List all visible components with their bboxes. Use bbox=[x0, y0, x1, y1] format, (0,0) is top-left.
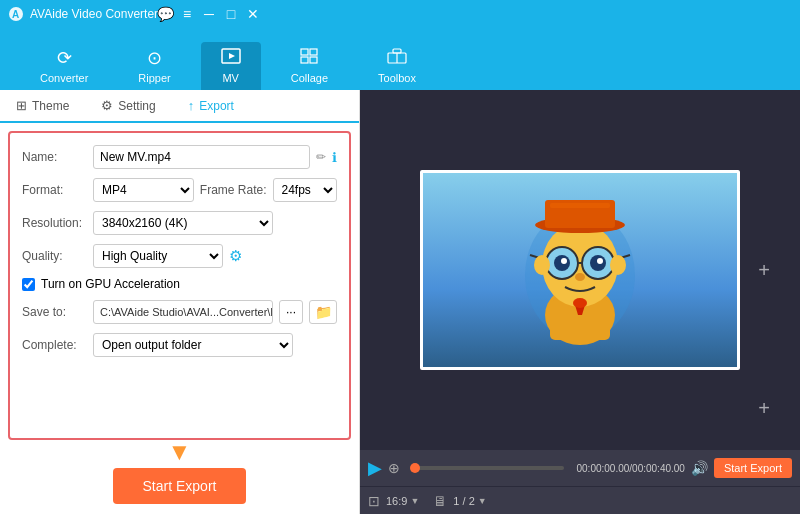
video-preview: + + ▶ ▶ ▶ ▶ bbox=[360, 90, 800, 450]
mv-icon bbox=[221, 48, 241, 69]
svg-point-26 bbox=[561, 258, 567, 264]
app-logo: A bbox=[8, 6, 24, 22]
progress-bar[interactable] bbox=[412, 466, 564, 470]
complete-label: Complete: bbox=[22, 338, 87, 352]
resolution-row: Resolution: 3840x2160 (4K) bbox=[22, 211, 337, 235]
character-scene bbox=[423, 173, 737, 367]
message-icon[interactable]: 💬 bbox=[158, 7, 172, 21]
ratio-select[interactable]: 16:9 ▼ bbox=[386, 495, 419, 507]
edit-icon[interactable]: ✏ bbox=[316, 150, 326, 164]
quality-row: Quality: High Quality ⚙ bbox=[22, 244, 337, 268]
nav-toolbox[interactable]: Toolbox bbox=[358, 42, 436, 90]
frame-rate-select[interactable]: 24fps bbox=[273, 178, 337, 202]
gpu-label: Turn on GPU Acceleration bbox=[41, 277, 180, 291]
resolution-label: Resolution: bbox=[22, 216, 87, 230]
export-action-area: ▼ Start Export bbox=[0, 458, 359, 514]
main-content: ⊞ Theme ⚙ Setting ↑ Export Name: ✏ ℹ bbox=[0, 90, 800, 514]
export-form: Name: ✏ ℹ Format: MP4 Frame Rate: 24fps … bbox=[8, 131, 351, 440]
resolution-select[interactable]: 3840x2160 (4K) bbox=[93, 211, 273, 235]
scale-select[interactable]: 1 / 2 ▼ bbox=[453, 495, 486, 507]
screen-icon: 🖥 bbox=[433, 493, 447, 509]
format-label: Format: bbox=[22, 183, 87, 197]
svg-point-30 bbox=[610, 255, 626, 275]
theme-grid-icon: ⊞ bbox=[16, 98, 27, 113]
start-export-button[interactable]: ▼ Start Export bbox=[113, 468, 247, 504]
window-controls: 💬 ≡ ─ □ ✕ bbox=[158, 7, 260, 21]
svg-point-29 bbox=[534, 255, 550, 275]
app-title: AVAide Video Converter bbox=[30, 7, 158, 21]
svg-point-27 bbox=[597, 258, 603, 264]
svg-rect-4 bbox=[301, 49, 308, 55]
nav-mv-label: MV bbox=[222, 72, 239, 84]
ripper-icon: ⊙ bbox=[147, 47, 162, 69]
tab-export-label: Export bbox=[199, 99, 234, 113]
format-row: Format: MP4 Frame Rate: 24fps bbox=[22, 178, 337, 202]
svg-point-28 bbox=[575, 273, 585, 281]
format-select[interactable]: MP4 bbox=[93, 178, 194, 202]
svg-text:A: A bbox=[12, 9, 19, 20]
plus-icon-right: + bbox=[758, 259, 770, 282]
export-arrow-icon: ↑ bbox=[188, 98, 195, 113]
tab-bar: ⊞ Theme ⚙ Setting ↑ Export bbox=[0, 90, 359, 123]
info-icon[interactable]: ℹ bbox=[332, 150, 337, 165]
svg-point-32 bbox=[573, 298, 587, 308]
complete-select[interactable]: Open output folder bbox=[93, 333, 293, 357]
cartoon-character-svg bbox=[520, 195, 640, 345]
volume-icon[interactable]: 🔊 bbox=[691, 460, 708, 476]
svg-rect-6 bbox=[301, 57, 308, 63]
navbar: ⟳ Converter ⊙ Ripper MV Collage Toolbox bbox=[0, 28, 800, 90]
progress-dot bbox=[410, 463, 420, 473]
nav-ripper[interactable]: ⊙ Ripper bbox=[118, 41, 190, 90]
tab-setting[interactable]: ⚙ Setting bbox=[85, 90, 171, 121]
preview-frame: ▶ ▶ ▶ ▶ bbox=[420, 170, 740, 370]
complete-row: Complete: Open output folder bbox=[22, 333, 337, 357]
scale-arrow-icon: ▼ bbox=[478, 496, 487, 506]
open-folder-button[interactable]: 📁 bbox=[309, 300, 337, 324]
tab-setting-label: Setting bbox=[118, 99, 155, 113]
nav-converter[interactable]: ⟳ Converter bbox=[20, 41, 108, 90]
name-row: Name: ✏ ℹ bbox=[22, 145, 337, 169]
tab-theme[interactable]: ⊞ Theme bbox=[0, 90, 85, 121]
nav-toolbox-label: Toolbox bbox=[378, 72, 416, 84]
down-arrow-indicator: ▼ bbox=[168, 438, 192, 466]
tab-theme-label: Theme bbox=[32, 99, 69, 113]
frame-icon: ⊡ bbox=[368, 493, 380, 509]
step-forward-button[interactable]: ⊕ bbox=[388, 460, 400, 476]
name-label: Name: bbox=[22, 150, 87, 164]
gpu-checkbox[interactable] bbox=[22, 278, 35, 291]
toolbox-icon bbox=[387, 48, 407, 69]
start-export-button-small[interactable]: Start Export bbox=[714, 458, 792, 478]
frame-rate-label: Frame Rate: bbox=[200, 183, 267, 197]
save-path-display: C:\AVAide Studio\AVAI...Converter\MV Exp… bbox=[93, 300, 273, 324]
right-panel: + + ▶ ▶ ▶ ▶ bbox=[360, 90, 800, 514]
maximize-button[interactable]: □ bbox=[224, 7, 238, 21]
nav-ripper-label: Ripper bbox=[138, 72, 170, 84]
svg-marker-3 bbox=[229, 53, 235, 59]
nav-mv[interactable]: MV bbox=[201, 42, 261, 90]
quality-settings-icon[interactable]: ⚙ bbox=[229, 247, 242, 265]
minimize-button[interactable]: ─ bbox=[202, 7, 216, 21]
play-button[interactable]: ▶ bbox=[368, 457, 382, 479]
name-input[interactable] bbox=[93, 145, 310, 169]
svg-rect-18 bbox=[550, 203, 610, 208]
nav-converter-label: Converter bbox=[40, 72, 88, 84]
time-display: 00:00:00.00/00:00:40.00 bbox=[576, 463, 684, 474]
left-panel: ⊞ Theme ⚙ Setting ↑ Export Name: ✏ ℹ bbox=[0, 90, 360, 514]
browse-dots-button[interactable]: ··· bbox=[279, 300, 303, 324]
nav-collage-label: Collage bbox=[291, 72, 328, 84]
nav-collage[interactable]: Collage bbox=[271, 42, 348, 90]
menu-icon[interactable]: ≡ bbox=[180, 7, 194, 21]
quality-select[interactable]: High Quality bbox=[93, 244, 223, 268]
tab-export[interactable]: ↑ Export bbox=[172, 90, 250, 123]
save-label: Save to: bbox=[22, 305, 87, 319]
plus-icon-bottom: + bbox=[758, 397, 770, 420]
start-export-label: Start Export bbox=[143, 478, 217, 494]
close-button[interactable]: ✕ bbox=[246, 7, 260, 21]
converter-icon: ⟳ bbox=[57, 47, 72, 69]
playback-controls: ▶ ⊕ 00:00:00.00/00:00:40.00 🔊 Start Expo… bbox=[360, 450, 800, 486]
svg-rect-7 bbox=[310, 57, 317, 63]
titlebar: A AVAide Video Converter 💬 ≡ ─ □ ✕ bbox=[0, 0, 800, 28]
quality-label: Quality: bbox=[22, 249, 87, 263]
ratio-controls: ⊡ 16:9 ▼ 🖥 1 / 2 ▼ bbox=[360, 486, 800, 514]
save-row: Save to: C:\AVAide Studio\AVAI...Convert… bbox=[22, 300, 337, 324]
